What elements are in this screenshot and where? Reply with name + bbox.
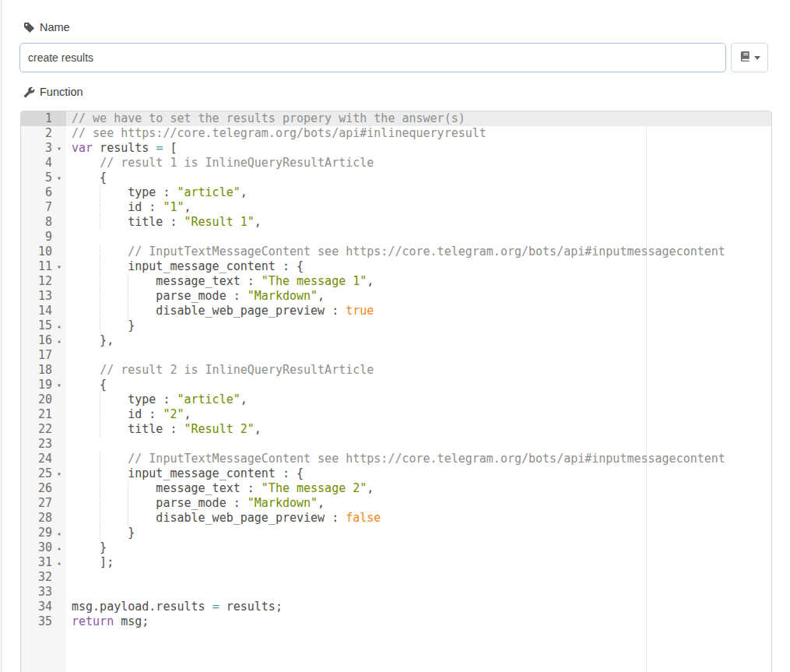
code-line[interactable] [66,585,771,600]
code-line[interactable]: message_text : "The message 1", [66,274,771,289]
code-line[interactable]: } [66,526,771,540]
code-token: id : [72,407,163,421]
fold-up-icon[interactable]: ▴ [52,318,66,333]
code-token: // result 1 is InlineQueryResultArticle [100,156,374,170]
function-code-editor[interactable]: 123▾45▾67891011▾12131415▴16▴171819▾20212… [20,111,772,672]
gutter-cell: 23 [21,437,66,452]
fold-down-icon[interactable]: ▾ [52,141,66,156]
fold-spacer [52,585,66,600]
code-line[interactable]: id : "1", [66,200,771,215]
line-number: 2 [21,126,52,141]
code-line[interactable]: title : "Result 2", [66,422,771,437]
code-line[interactable]: // result 2 is InlineQueryResultArticle [66,363,771,378]
indent-guide [100,407,100,422]
name-input[interactable] [19,43,726,72]
code-line[interactable]: title : "Result 1", [66,215,771,230]
code-line[interactable]: }, [66,333,771,348]
code-token: "article" [177,185,240,199]
indent-guide [100,452,100,466]
code-token: "Result 1" [184,215,255,229]
code-line[interactable]: disable_web_page_preview : false [66,511,771,526]
code-line[interactable]: input_message_content : { [66,466,771,481]
code-line[interactable] [66,570,771,585]
fold-spacer [52,245,66,259]
fold-down-icon[interactable]: ▾ [52,466,66,481]
code-line[interactable]: type : "article", [66,185,771,200]
code-line[interactable]: msg.payload.results = results; [66,600,771,614]
code-token: }, [72,333,114,347]
function-label: Function [23,85,83,99]
code-line[interactable]: parse_mode : "Markdown", [66,496,771,511]
code-line[interactable]: id : "2", [66,407,771,422]
fold-up-icon[interactable]: ▴ [52,526,66,540]
line-number: 20 [21,392,52,407]
code-line[interactable] [66,348,771,363]
line-number: 10 [21,245,52,259]
code-lines[interactable]: // we have to set the results propery wi… [66,111,771,672]
code-line[interactable]: input_message_content : { [66,259,771,274]
line-number: 28 [21,511,52,526]
fold-down-icon[interactable]: ▾ [52,171,66,185]
line-number: 30 [21,540,52,555]
indent-guide [100,318,100,333]
fold-spacer [52,111,66,126]
gutter-cell: 28 [21,511,66,526]
gutter-cell: 20 [21,392,66,407]
fold-up-icon[interactable]: ▴ [52,540,66,555]
code-line[interactable] [66,230,771,245]
code-line[interactable]: // result 1 is InlineQueryResultArticle [66,156,771,171]
code-token: { [72,171,107,185]
code-token: } [72,318,135,332]
fold-down-icon[interactable]: ▾ [52,259,66,274]
code-line[interactable]: // InputTextMessageContent see https://c… [66,245,771,259]
code-line[interactable]: // we have to set the results propery wi… [66,111,771,126]
code-token: , [367,274,374,288]
fold-spacer [52,230,66,245]
line-number: 19 [21,378,52,392]
code-token: // InputTextMessageContent see https://c… [128,245,725,259]
fold-spacer [52,156,66,171]
code-line[interactable]: type : "article", [66,392,771,407]
code-line[interactable]: // see https://core.telegram.org/bots/ap… [66,126,771,141]
line-number: 8 [21,215,52,230]
line-number: 13 [21,289,52,304]
fold-down-icon[interactable]: ▾ [52,378,66,392]
fold-spacer [52,511,66,526]
editor-gutter: 123▾45▾67891011▾12131415▴16▴171819▾20212… [21,111,66,672]
indent-guide [100,392,100,407]
code-token: , [367,481,374,495]
line-number: 4 [21,156,52,171]
code-token: , [241,185,248,199]
code-token: , [255,215,262,229]
gutter-cell: 35 [21,614,66,629]
fold-spacer [52,392,66,407]
code-line[interactable]: } [66,540,771,555]
code-line[interactable]: // InputTextMessageContent see https://c… [66,452,771,466]
code-line[interactable]: ]; [66,555,771,570]
gutter-cell: 3▾ [21,141,66,156]
code-token: results [93,141,156,155]
code-line[interactable]: var results = [ [66,141,771,156]
fold-up-icon[interactable]: ▴ [52,555,66,570]
code-token: "1" [163,200,184,214]
code-line[interactable]: { [66,378,771,392]
code-line[interactable] [66,437,771,452]
indent-guide [100,245,100,259]
name-label-text: Name [40,21,70,33]
indent-guide [100,422,100,437]
code-line[interactable]: return msg; [66,614,771,629]
fold-up-icon[interactable]: ▴ [52,333,66,348]
code-line[interactable]: message_text : "The message 2", [66,481,771,496]
line-number: 17 [21,348,52,363]
code-line[interactable]: } [66,318,771,333]
code-line[interactable]: parse_mode : "Markdown", [66,289,771,304]
library-button[interactable] [731,43,768,72]
code-token [72,156,100,170]
gutter-cell: 1 [21,111,66,126]
code-line[interactable]: disable_web_page_preview : true [66,304,771,318]
fold-spacer [52,363,66,378]
code-line[interactable]: { [66,171,771,185]
gutter-cell: 22 [21,422,66,437]
indent-guide [100,481,100,496]
indent-guide [100,200,100,215]
